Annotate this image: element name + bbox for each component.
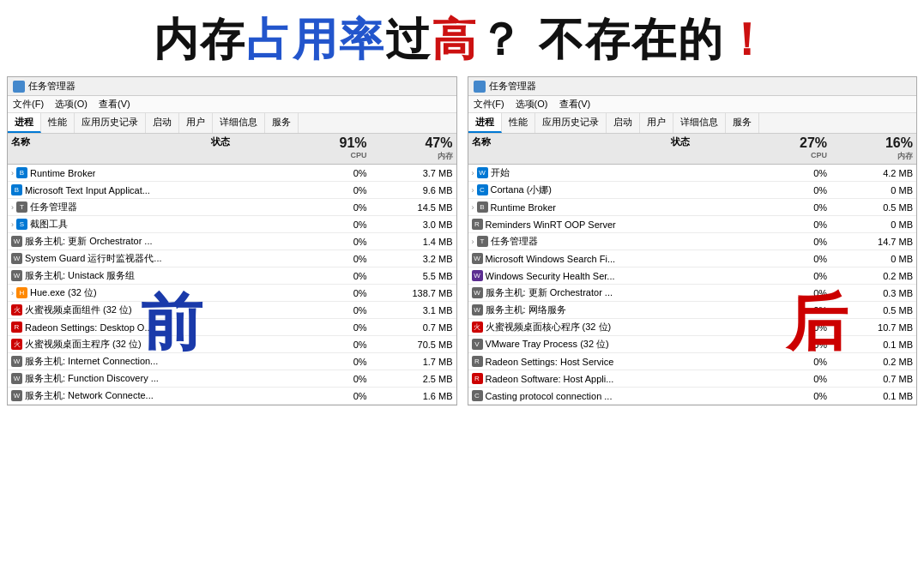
process-name-text: Windows Security Health Ser... — [486, 271, 615, 281]
table-row[interactable]: WSystem Guard 运行时监视器代...0%3.2 MB — [8, 250, 456, 267]
process-icon: T — [477, 236, 488, 247]
table-row[interactable]: CCasting protocol connection ...0%0.1 MB — [468, 388, 917, 405]
table-row[interactable]: WWindows Security Health Ser...0%0.2 MB — [468, 267, 917, 285]
before-tab-startup[interactable]: 启动 — [146, 113, 179, 133]
proc-mem: 1.4 MB — [371, 236, 456, 248]
table-row[interactable]: RRadeon Settings: Host Service0%0.2 MB — [468, 353, 917, 370]
proc-cpu: 0% — [763, 253, 831, 265]
table-row[interactable]: 火火蜜视频桌面主程序 (32 位)0%70.5 MB — [8, 336, 456, 353]
table-row[interactable]: W服务主机: 网络服务0%0.5 MB — [468, 302, 917, 319]
proc-mem: 0.2 MB — [830, 356, 916, 368]
proc-cpu: 0% — [763, 219, 831, 231]
proc-status — [667, 344, 762, 346]
after-tab-startup[interactable]: 启动 — [607, 113, 640, 133]
proc-name: RReminders WinRT OOP Server — [468, 218, 668, 231]
after-tab-history[interactable]: 应用历史记录 — [535, 113, 607, 133]
proc-cpu: 0% — [763, 373, 831, 385]
process-icon: B — [11, 184, 22, 195]
proc-cpu: 0% — [302, 167, 371, 179]
before-menu-options[interactable]: 选项(O) — [55, 99, 88, 109]
process-name-text: 火蜜视频桌面核心程序 (32 位) — [486, 321, 612, 334]
table-row[interactable]: ›BRuntime Broker0%3.7 MB — [8, 165, 456, 182]
proc-mem: 70.5 MB — [371, 339, 456, 351]
table-row[interactable]: ›T任务管理器0%14.5 MB — [8, 199, 456, 216]
before-tab-services[interactable]: 服务 — [265, 113, 299, 133]
after-menu-view[interactable]: 查看(V) — [559, 99, 591, 109]
before-tab-process[interactable]: 进程 — [8, 113, 41, 133]
proc-status — [667, 224, 762, 225]
after-tab-users[interactable]: 用户 — [640, 113, 673, 133]
proc-status — [667, 172, 762, 174]
proc-status — [667, 207, 762, 208]
table-row[interactable]: ›S截图工具0%3.0 MB — [8, 216, 456, 233]
process-name-text: 火蜜视频桌面主程序 (32 位) — [25, 338, 142, 351]
before-tabs: 进程 性能 应用历史记录 启动 用户 详细信息 服务 — [8, 113, 456, 134]
process-name-text: Radeon Settings: Desktop O... — [25, 322, 153, 333]
proc-name: RRadeon Software: Host Appli... — [468, 372, 668, 385]
proc-cpu: 0% — [302, 287, 371, 299]
table-row[interactable]: W服务主机: Function Discovery ...0%2.5 MB — [8, 370, 456, 388]
table-row[interactable]: 火火蜜视频桌面组件 (32 位)0%3.1 MB — [8, 302, 456, 319]
proc-cpu: 0% — [763, 184, 831, 196]
table-row[interactable]: W服务主机: Unistack 服务组0%5.5 MB — [8, 267, 456, 285]
table-row[interactable]: RRadeon Software: Host Appli...0%0.7 MB — [468, 370, 917, 388]
table-row[interactable]: W服务主机: Network Connecte...0%1.6 MB — [8, 388, 456, 405]
proc-status — [667, 275, 762, 277]
table-row[interactable]: VVMware Tray Process (32 位)0%0.1 MB — [468, 336, 917, 353]
table-row[interactable]: RRadeon Settings: Desktop O...0%0.7 MB — [8, 319, 456, 336]
table-row[interactable]: W服务主机: Internet Connection...0%1.7 MB — [8, 353, 456, 370]
process-name-text: 服务主机: Network Connecte... — [25, 389, 154, 402]
after-tab-perf[interactable]: 性能 — [502, 113, 535, 133]
table-row[interactable]: ›BRuntime Broker0%0.5 MB — [468, 199, 917, 216]
proc-name: RRadeon Settings: Host Service — [468, 355, 668, 368]
table-row[interactable]: WMicrosoft Windows Search Fi...0%0 MB — [468, 250, 917, 267]
table-row[interactable]: RReminders WinRT OOP Server0%0 MB — [468, 216, 917, 233]
proc-cpu: 0% — [302, 304, 371, 316]
after-tab-process[interactable]: 进程 — [468, 113, 502, 133]
proc-cpu: 0% — [302, 390, 371, 402]
proc-name: ›T任务管理器 — [8, 200, 208, 214]
proc-status — [667, 378, 762, 380]
table-row[interactable]: BMicrosoft Text Input Applicat...0%9.6 M… — [8, 182, 456, 199]
before-titlebar-icon — [13, 81, 25, 93]
after-tab-services[interactable]: 服务 — [726, 113, 759, 133]
table-row[interactable]: ›CCortana (小娜)0%0 MB — [468, 182, 917, 199]
table-row[interactable]: W服务主机: 更新 Orchestrator ...0%0.3 MB — [468, 285, 917, 302]
panels-container: 任务管理器 文件(F) 选项(O) 查看(V) 进程 性能 应用历史记录 启动 … — [0, 76, 924, 406]
proc-cpu: 0% — [763, 322, 831, 334]
before-tab-users[interactable]: 用户 — [179, 113, 213, 133]
proc-status — [667, 189, 762, 191]
before-tab-perf[interactable]: 性能 — [41, 113, 75, 133]
title-part1: 内存 — [154, 15, 246, 64]
process-icon: R — [11, 322, 22, 333]
proc-name: ›T任务管理器 — [468, 234, 668, 249]
title-part4: 高 — [432, 15, 478, 64]
proc-cpu: 0% — [302, 219, 371, 231]
after-tab-details[interactable]: 详细信息 — [673, 113, 726, 133]
after-menu-options[interactable]: 选项(O) — [516, 99, 548, 109]
proc-status — [667, 292, 762, 294]
table-row[interactable]: ›HHue.exe (32 位)0%138.7 MB — [8, 285, 456, 302]
proc-cpu: 0% — [302, 322, 371, 334]
table-row[interactable]: ›W开始0%4.2 MB — [468, 165, 917, 182]
proc-status — [667, 361, 762, 363]
after-menu-file[interactable]: 文件(F) — [474, 99, 504, 109]
process-icon: V — [472, 339, 483, 350]
after-titlebar-text: 任务管理器 — [489, 80, 536, 93]
title-part2: 占用率 — [246, 15, 385, 64]
before-menu-view[interactable]: 查看(V) — [99, 99, 130, 109]
process-name-text: Cortana (小娜) — [491, 183, 553, 196]
before-menu-file[interactable]: 文件(F) — [13, 99, 44, 109]
proc-status — [667, 395, 762, 397]
before-tab-history[interactable]: 应用历史记录 — [75, 113, 146, 133]
after-menu: 文件(F) 选项(O) 查看(V) — [468, 96, 917, 113]
process-icon: H — [16, 287, 27, 298]
before-tab-details[interactable]: 详细信息 — [213, 113, 265, 133]
table-row[interactable]: W服务主机: 更新 Orchestrator ...0%1.4 MB — [8, 233, 456, 250]
proc-cpu: 0% — [302, 270, 371, 282]
process-icon: W — [472, 287, 483, 298]
table-row[interactable]: 火火蜜视频桌面核心程序 (32 位)0%10.7 MB — [468, 319, 917, 336]
before-panel: 任务管理器 文件(F) 选项(O) 查看(V) 进程 性能 应用历史记录 启动 … — [7, 76, 457, 406]
proc-name: W服务主机: Network Connecte... — [8, 388, 208, 403]
table-row[interactable]: ›T任务管理器0%14.7 MB — [468, 233, 917, 250]
